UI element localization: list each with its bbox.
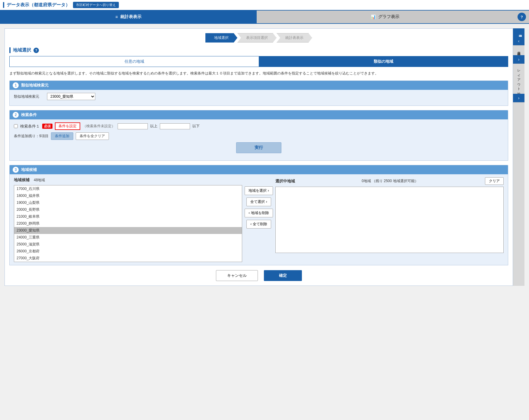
- section3-title: 地域候補: [21, 167, 37, 172]
- condition1-checkbox[interactable]: [14, 124, 18, 128]
- section2-header: 2 検索条件: [10, 110, 508, 119]
- sidebar-panel-region[interactable]: 地域選択 ‹: [513, 28, 524, 46]
- tab-graph-label: グラフ表示: [378, 14, 399, 20]
- section1-title: 類似地域検索元: [21, 83, 49, 88]
- above-label: 以上: [150, 124, 157, 129]
- below-label: 以下: [192, 124, 200, 129]
- list-item[interactable]: 23000_愛知県: [14, 227, 242, 234]
- switch-data-button[interactable]: 市区町村データへ切り替え: [73, 2, 119, 8]
- selected-area: 選択中地域 0地域 （残り 2500 地域選択可能） クリア: [275, 177, 504, 253]
- selected-count-info: 0地域 （残り 2500 地域選択可能）: [362, 178, 418, 184]
- sidebar-items-arrow[interactable]: ›: [513, 55, 524, 64]
- description-text: まず類似地域の検索元となる地域を選択します。その地域に類似する地域を検索するため…: [9, 71, 508, 76]
- step2-button[interactable]: 表示項目選択: [237, 33, 277, 43]
- list-item[interactable]: 20000_長野県: [14, 206, 242, 213]
- graph-icon: 📊: [371, 14, 376, 19]
- section3-box: 3 地域候補 地域候補 48地域 17000_石川県18000_福井県19000…: [9, 165, 508, 265]
- selected-list-box[interactable]: [275, 187, 504, 253]
- execute-button[interactable]: 実行: [236, 142, 281, 153]
- section3-header: 3 地域候補: [10, 165, 508, 174]
- candidate-header: 地域候補 48地域: [14, 177, 242, 183]
- selected-count: 0地域: [362, 179, 371, 183]
- section2-number: 2: [13, 112, 19, 118]
- step3-button[interactable]: 統計表表示: [277, 33, 312, 43]
- main-layout: 地域選択 表示項目選択 統計表表示 地域選択 ? 任意の地域 類似の地域 まず類…: [0, 24, 529, 290]
- not-set-label: （検索条件未設定）: [83, 124, 115, 129]
- sidebar-panel-layout[interactable]: レイアウト設定 ›: [513, 64, 524, 103]
- subtab-similar[interactable]: 類似の地域: [259, 56, 508, 67]
- candidate-layout: 地域候補 48地域 17000_石川県18000_福井県19000_山梨県200…: [14, 177, 504, 262]
- clear-all-button[interactable]: 条件を全クリア: [76, 132, 109, 140]
- selected-header: 選択中地域 0地域 （残り 2500 地域選択可能） クリア: [275, 177, 504, 185]
- section1-box: 1 類似地域検索元 類似地域検索元 23000_愛知県01000_北海道1300…: [9, 81, 508, 106]
- page-title: データ表示（都道府県データ）: [3, 2, 70, 8]
- step-nav: 地域選択 表示項目選択 統計表表示: [9, 33, 508, 43]
- list-item[interactable]: 22000_静岡県: [14, 220, 242, 227]
- top-header: データ表示（都道府県データ） 市区町村データへ切り替え: [0, 0, 529, 11]
- extra-row: 条件追加残り：9項目 条件追加 条件を全クリア: [14, 132, 504, 140]
- sidebar-region-label: 地域選択: [513, 28, 524, 37]
- confirm-button[interactable]: 確定: [264, 270, 302, 281]
- sidebar-items-label: 表示項目選択: [515, 46, 523, 55]
- sidebar-region-arrow[interactable]: ‹: [513, 37, 524, 45]
- select-all-button[interactable]: 全て選択 ›: [246, 197, 271, 206]
- help-button[interactable]: ?: [518, 13, 526, 21]
- section-help-icon[interactable]: ?: [33, 48, 39, 53]
- section3-number: 3: [13, 167, 19, 173]
- select-region-button[interactable]: 地域を選択 ›: [245, 186, 273, 195]
- sidebar-layout-label: レイアウト設定: [515, 64, 523, 94]
- transfer-buttons: 地域を選択 › 全て選択 › ‹ 地域を削除 ‹ 全て削除: [245, 177, 273, 229]
- content-area: 地域選択 表示項目選択 統計表表示 地域選択 ? 任意の地域 類似の地域 まず類…: [5, 28, 513, 286]
- add-condition-button[interactable]: 条件追加: [51, 132, 73, 140]
- section1-number: 1: [13, 82, 19, 88]
- required-badge: 必須: [42, 124, 52, 129]
- sidebar-layout-arrow[interactable]: ›: [513, 94, 524, 102]
- section2-title: 検索条件: [21, 112, 37, 118]
- list-item[interactable]: 19000_山梨県: [14, 199, 242, 206]
- candidate-list-box[interactable]: 17000_石川県18000_福井県19000_山梨県20000_長野県2100…: [14, 185, 242, 262]
- selected-remaining: （残り 2500 地域選択可能）: [372, 179, 418, 183]
- source-region-select[interactable]: 23000_愛知県01000_北海道13000_東京都27000_大阪府: [47, 93, 95, 100]
- section2-content: 検索条件１ 必須 条件を設定 （検索条件未設定） 以上 以下 条件追加残り：9項…: [10, 119, 508, 160]
- condition-row: 検索条件１ 必須 条件を設定 （検索条件未設定） 以上 以下: [14, 122, 504, 130]
- remove-all-button[interactable]: ‹ 全て削除: [246, 220, 271, 229]
- condition1-label: 検索条件１: [20, 124, 40, 129]
- right-sidebar: 地域選択 ‹ 表示項目選択 › レイアウト設定 ›: [513, 28, 524, 286]
- list-item[interactable]: 17000_石川県: [14, 185, 242, 192]
- clear-selection-button[interactable]: クリア: [485, 177, 504, 185]
- remove-region-button[interactable]: ‹ 地域を削除: [245, 209, 273, 217]
- range-above-input[interactable]: [118, 123, 148, 129]
- cancel-button[interactable]: キャンセル: [216, 270, 258, 281]
- tab-stat[interactable]: ≡ 統計表表示: [0, 11, 257, 23]
- list-item[interactable]: 25000_滋賀県: [14, 241, 242, 248]
- bottom-buttons: キャンセル 確定: [9, 270, 508, 281]
- selected-label: 選択中地域: [275, 178, 295, 184]
- sidebar-panel-items[interactable]: 表示項目選択 ›: [513, 46, 524, 64]
- tab-stat-label: 統計表表示: [120, 14, 141, 20]
- candidate-count: 48地域: [34, 178, 45, 183]
- range-below-input[interactable]: [160, 123, 190, 129]
- section-title: 地域選択 ?: [9, 47, 508, 53]
- tab-graph[interactable]: 📊 グラフ表示: [257, 11, 513, 23]
- section2-box: 2 検索条件 検索条件１ 必須 条件を設定 （検索条件未設定） 以上 以下 条件…: [9, 110, 508, 161]
- tab-bar: ≡ 統計表表示 📊 グラフ表示 ?: [0, 11, 529, 24]
- set-condition-button[interactable]: 条件を設定: [55, 122, 80, 130]
- list-item[interactable]: 26000_京都府: [14, 248, 242, 255]
- stat-icon: ≡: [115, 14, 118, 19]
- section3-content: 地域候補 48地域 17000_石川県18000_福井県19000_山梨県200…: [10, 174, 508, 265]
- execute-row: 実行: [14, 142, 504, 153]
- source-region-label: 類似地域検索元: [14, 94, 44, 99]
- candidate-label: 地域候補: [14, 177, 30, 183]
- list-item[interactable]: 18000_福井県: [14, 192, 242, 199]
- list-item[interactable]: 21000_岐阜県: [14, 213, 242, 220]
- subtab-bar: 任意の地域 類似の地域: [9, 56, 508, 67]
- subtab-arbitrary[interactable]: 任意の地域: [10, 56, 259, 67]
- remaining-label: 条件追加残り：9項目: [14, 134, 49, 139]
- list-item[interactable]: 27000_大阪府: [14, 255, 242, 262]
- step1-button[interactable]: 地域選択: [205, 33, 237, 43]
- source-region-row: 類似地域検索元 23000_愛知県01000_北海道13000_東京都27000…: [14, 93, 504, 100]
- section1-content: 類似地域検索元 23000_愛知県01000_北海道13000_東京都27000…: [10, 90, 508, 106]
- section1-header: 1 類似地域検索元: [10, 81, 508, 90]
- section-title-text: 地域選択: [13, 47, 31, 53]
- list-item[interactable]: 24000_三重県: [14, 234, 242, 241]
